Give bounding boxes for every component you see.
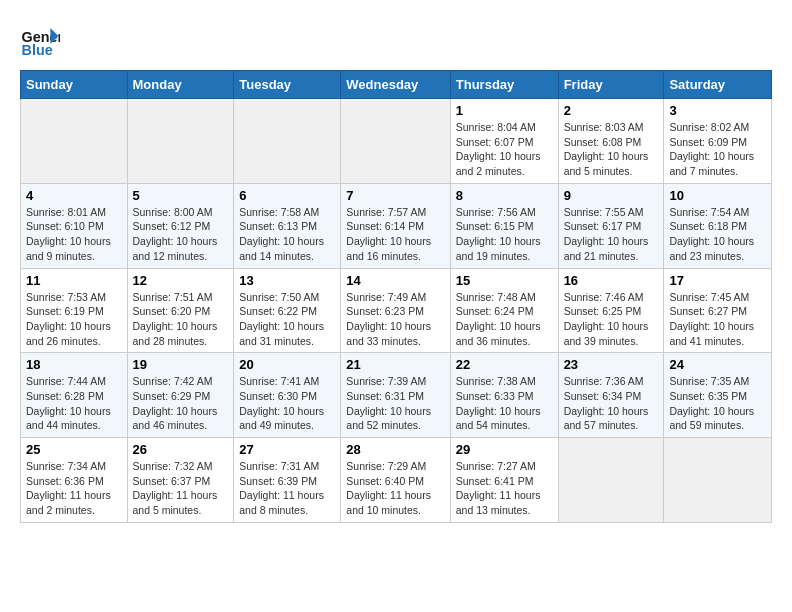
day-info: Sunrise: 7:35 AMSunset: 6:35 PMDaylight:…: [669, 374, 766, 433]
day-info: Sunrise: 7:57 AMSunset: 6:14 PMDaylight:…: [346, 205, 444, 264]
day-number: 15: [456, 273, 553, 288]
header-monday: Monday: [127, 71, 234, 99]
calendar-cell: [341, 99, 450, 184]
logo-icon: General Blue: [20, 20, 60, 60]
calendar-cell: 11Sunrise: 7:53 AMSunset: 6:19 PMDayligh…: [21, 268, 128, 353]
day-number: 28: [346, 442, 444, 457]
day-number: 19: [133, 357, 229, 372]
day-info: Sunrise: 7:36 AMSunset: 6:34 PMDaylight:…: [564, 374, 659, 433]
calendar-cell: 24Sunrise: 7:35 AMSunset: 6:35 PMDayligh…: [664, 353, 772, 438]
page-header: General Blue: [20, 20, 772, 60]
day-number: 29: [456, 442, 553, 457]
day-info: Sunrise: 7:49 AMSunset: 6:23 PMDaylight:…: [346, 290, 444, 349]
calendar-cell: 14Sunrise: 7:49 AMSunset: 6:23 PMDayligh…: [341, 268, 450, 353]
day-info: Sunrise: 7:58 AMSunset: 6:13 PMDaylight:…: [239, 205, 335, 264]
day-number: 1: [456, 103, 553, 118]
day-info: Sunrise: 7:54 AMSunset: 6:18 PMDaylight:…: [669, 205, 766, 264]
calendar-cell: [558, 438, 664, 523]
day-number: 10: [669, 188, 766, 203]
day-info: Sunrise: 7:27 AMSunset: 6:41 PMDaylight:…: [456, 459, 553, 518]
day-info: Sunrise: 7:56 AMSunset: 6:15 PMDaylight:…: [456, 205, 553, 264]
calendar-cell: 6Sunrise: 7:58 AMSunset: 6:13 PMDaylight…: [234, 183, 341, 268]
calendar-cell: 27Sunrise: 7:31 AMSunset: 6:39 PMDayligh…: [234, 438, 341, 523]
calendar-cell: 9Sunrise: 7:55 AMSunset: 6:17 PMDaylight…: [558, 183, 664, 268]
day-number: 6: [239, 188, 335, 203]
week-row-4: 18Sunrise: 7:44 AMSunset: 6:28 PMDayligh…: [21, 353, 772, 438]
calendar-cell: 12Sunrise: 7:51 AMSunset: 6:20 PMDayligh…: [127, 268, 234, 353]
day-number: 3: [669, 103, 766, 118]
day-info: Sunrise: 7:50 AMSunset: 6:22 PMDaylight:…: [239, 290, 335, 349]
day-info: Sunrise: 7:39 AMSunset: 6:31 PMDaylight:…: [346, 374, 444, 433]
calendar-cell: 2Sunrise: 8:03 AMSunset: 6:08 PMDaylight…: [558, 99, 664, 184]
day-info: Sunrise: 7:42 AMSunset: 6:29 PMDaylight:…: [133, 374, 229, 433]
day-info: Sunrise: 8:01 AMSunset: 6:10 PMDaylight:…: [26, 205, 122, 264]
calendar-cell: 15Sunrise: 7:48 AMSunset: 6:24 PMDayligh…: [450, 268, 558, 353]
day-number: 11: [26, 273, 122, 288]
day-number: 17: [669, 273, 766, 288]
header-saturday: Saturday: [664, 71, 772, 99]
day-info: Sunrise: 7:46 AMSunset: 6:25 PMDaylight:…: [564, 290, 659, 349]
day-info: Sunrise: 7:48 AMSunset: 6:24 PMDaylight:…: [456, 290, 553, 349]
day-number: 27: [239, 442, 335, 457]
svg-text:Blue: Blue: [22, 42, 53, 58]
day-number: 14: [346, 273, 444, 288]
header-friday: Friday: [558, 71, 664, 99]
day-number: 8: [456, 188, 553, 203]
calendar-cell: 1Sunrise: 8:04 AMSunset: 6:07 PMDaylight…: [450, 99, 558, 184]
calendar-cell: 18Sunrise: 7:44 AMSunset: 6:28 PMDayligh…: [21, 353, 128, 438]
day-number: 21: [346, 357, 444, 372]
day-info: Sunrise: 7:51 AMSunset: 6:20 PMDaylight:…: [133, 290, 229, 349]
day-number: 13: [239, 273, 335, 288]
week-row-1: 1Sunrise: 8:04 AMSunset: 6:07 PMDaylight…: [21, 99, 772, 184]
day-info: Sunrise: 7:44 AMSunset: 6:28 PMDaylight:…: [26, 374, 122, 433]
calendar-cell: 5Sunrise: 8:00 AMSunset: 6:12 PMDaylight…: [127, 183, 234, 268]
day-number: 18: [26, 357, 122, 372]
calendar-cell: [127, 99, 234, 184]
day-info: Sunrise: 7:34 AMSunset: 6:36 PMDaylight:…: [26, 459, 122, 518]
calendar-cell: 8Sunrise: 7:56 AMSunset: 6:15 PMDaylight…: [450, 183, 558, 268]
week-row-3: 11Sunrise: 7:53 AMSunset: 6:19 PMDayligh…: [21, 268, 772, 353]
day-number: 7: [346, 188, 444, 203]
day-info: Sunrise: 7:38 AMSunset: 6:33 PMDaylight:…: [456, 374, 553, 433]
header-thursday: Thursday: [450, 71, 558, 99]
day-info: Sunrise: 8:02 AMSunset: 6:09 PMDaylight:…: [669, 120, 766, 179]
week-row-5: 25Sunrise: 7:34 AMSunset: 6:36 PMDayligh…: [21, 438, 772, 523]
calendar-cell: 23Sunrise: 7:36 AMSunset: 6:34 PMDayligh…: [558, 353, 664, 438]
day-number: 22: [456, 357, 553, 372]
calendar-cell: 4Sunrise: 8:01 AMSunset: 6:10 PMDaylight…: [21, 183, 128, 268]
calendar-cell: [21, 99, 128, 184]
day-info: Sunrise: 7:45 AMSunset: 6:27 PMDaylight:…: [669, 290, 766, 349]
day-number: 12: [133, 273, 229, 288]
day-info: Sunrise: 8:03 AMSunset: 6:08 PMDaylight:…: [564, 120, 659, 179]
day-number: 26: [133, 442, 229, 457]
day-info: Sunrise: 7:41 AMSunset: 6:30 PMDaylight:…: [239, 374, 335, 433]
header-wednesday: Wednesday: [341, 71, 450, 99]
day-number: 9: [564, 188, 659, 203]
day-number: 24: [669, 357, 766, 372]
calendar-cell: [234, 99, 341, 184]
day-info: Sunrise: 8:00 AMSunset: 6:12 PMDaylight:…: [133, 205, 229, 264]
day-number: 5: [133, 188, 229, 203]
day-info: Sunrise: 7:32 AMSunset: 6:37 PMDaylight:…: [133, 459, 229, 518]
calendar-cell: [664, 438, 772, 523]
header-sunday: Sunday: [21, 71, 128, 99]
calendar-cell: 3Sunrise: 8:02 AMSunset: 6:09 PMDaylight…: [664, 99, 772, 184]
day-number: 23: [564, 357, 659, 372]
day-info: Sunrise: 7:29 AMSunset: 6:40 PMDaylight:…: [346, 459, 444, 518]
calendar-cell: 22Sunrise: 7:38 AMSunset: 6:33 PMDayligh…: [450, 353, 558, 438]
calendar-cell: 13Sunrise: 7:50 AMSunset: 6:22 PMDayligh…: [234, 268, 341, 353]
day-info: Sunrise: 7:53 AMSunset: 6:19 PMDaylight:…: [26, 290, 122, 349]
calendar-header-row: SundayMondayTuesdayWednesdayThursdayFrid…: [21, 71, 772, 99]
logo: General Blue: [20, 20, 65, 60]
day-number: 4: [26, 188, 122, 203]
day-number: 16: [564, 273, 659, 288]
day-number: 20: [239, 357, 335, 372]
day-number: 2: [564, 103, 659, 118]
day-info: Sunrise: 8:04 AMSunset: 6:07 PMDaylight:…: [456, 120, 553, 179]
calendar-cell: 25Sunrise: 7:34 AMSunset: 6:36 PMDayligh…: [21, 438, 128, 523]
header-tuesday: Tuesday: [234, 71, 341, 99]
calendar-cell: 21Sunrise: 7:39 AMSunset: 6:31 PMDayligh…: [341, 353, 450, 438]
week-row-2: 4Sunrise: 8:01 AMSunset: 6:10 PMDaylight…: [21, 183, 772, 268]
calendar-cell: 16Sunrise: 7:46 AMSunset: 6:25 PMDayligh…: [558, 268, 664, 353]
calendar-cell: 29Sunrise: 7:27 AMSunset: 6:41 PMDayligh…: [450, 438, 558, 523]
